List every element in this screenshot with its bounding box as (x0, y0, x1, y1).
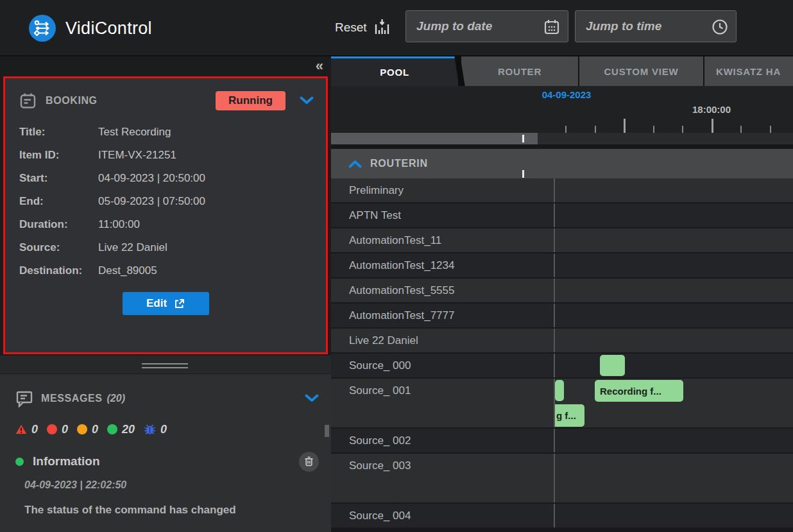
booking-field-label: Duration: (19, 218, 98, 231)
edit-button-label: Edit (146, 297, 167, 310)
booking-panel-title: BOOKING (46, 95, 98, 107)
view-tabs: POOLROUTERCUSTOM VIEWKWISATZ HA (331, 56, 793, 86)
severity-counter: 0 (77, 423, 98, 436)
reset-zoom-icon (373, 19, 391, 37)
row-name-cell[interactable]: Source_ 004 (331, 504, 555, 528)
app-header: VidiControl Reset (0, 0, 793, 56)
row-name: AutomationTest_1234 (349, 253, 454, 277)
booking-collapse-button[interactable] (300, 96, 314, 105)
recording-block[interactable]: g f... (555, 404, 584, 427)
row-name-cell[interactable]: Source_ 000 (331, 354, 555, 377)
severity-count-value: 20 (122, 423, 135, 436)
ruler-tick (682, 126, 683, 133)
chevron-down-icon (300, 96, 314, 105)
trash-icon (304, 456, 314, 467)
row-timeline-cell (555, 429, 793, 452)
row-name-cell[interactable]: Source_ 002 (331, 429, 555, 452)
row-name-cell[interactable]: APTN Test (331, 203, 555, 227)
message-severity: Information (33, 454, 100, 468)
calendar-icon[interactable] (543, 19, 560, 35)
row-name: Preliminary (349, 178, 404, 202)
booking-field: End:05-09-2023 | 07:50:00 (19, 190, 326, 213)
row-name-cell[interactable]: AutomationTest_1234 (331, 253, 555, 277)
recording-block[interactable] (600, 355, 625, 376)
chevron-down-icon (305, 394, 319, 403)
row-name: AutomationTest_5555 (349, 279, 454, 302)
messages-panel-title: MESSAGES (41, 393, 103, 404)
delete-message-button[interactable] (299, 452, 319, 472)
warning-triangle-icon (15, 424, 27, 434)
messages-collapse-button[interactable] (305, 394, 319, 403)
current-time-tick (522, 170, 524, 178)
tab-pool[interactable]: POOL (331, 56, 458, 86)
collapse-sidebar-icon[interactable]: « (316, 58, 323, 74)
row-name: Source_ 004 (349, 504, 411, 528)
tab-custom-view[interactable]: CUSTOM VIEW (579, 56, 703, 86)
booking-field-label: End: (19, 195, 98, 208)
booking-field: Duration:11:00:00 (19, 213, 326, 236)
alert-dot-icon (77, 424, 87, 434)
edit-button[interactable]: Edit (123, 292, 209, 315)
left-sidebar: « BOOKING Running Title:Test RecordingIt… (0, 56, 331, 532)
row-timeline-cell (555, 203, 793, 227)
scrollbar-thumb[interactable] (331, 133, 538, 144)
booking-field-value: Live 22 Daniel (98, 241, 167, 254)
resize-grip-line (142, 367, 188, 368)
vidicontrol-logo-icon (28, 14, 56, 42)
booking-field-value: 11:00:00 (98, 218, 140, 231)
clock-icon[interactable] (712, 19, 728, 35)
booking-field: Source:Live 22 Daniel (19, 236, 326, 259)
booking-field-value: Dest_89005 (98, 264, 157, 277)
recording-block[interactable]: Recording f... (595, 380, 683, 402)
row-name: APTN Test (349, 203, 401, 227)
row-name-cell[interactable]: AutomationTest_11 (331, 228, 555, 252)
chevron-up-icon[interactable] (348, 160, 362, 168)
row-timeline-cell (555, 253, 793, 277)
severity-counter: 0 (144, 423, 167, 436)
messages-scrollbar-thumb[interactable] (325, 425, 329, 437)
timeline-row: AutomationTest_1234 (331, 253, 793, 279)
row-name-cell[interactable]: AutomationTest_7777 (331, 304, 555, 327)
booking-fields: Title:Test RecordingItem ID:ITEM-VX-2125… (19, 121, 326, 282)
timeline-row: AutomationTest_11 (331, 228, 793, 253)
timeline-horizontal-scrollbar[interactable] (331, 133, 793, 144)
row-name: AutomationTest_11 (349, 228, 441, 252)
ruler-tick (712, 119, 713, 133)
panel-resize-handle[interactable] (0, 356, 331, 373)
current-time-marker (522, 135, 524, 142)
jump-to-time-field[interactable] (575, 10, 737, 42)
row-timeline-cell (555, 228, 793, 252)
severity-count-value: 0 (31, 423, 38, 436)
booking-field-label: Title: (19, 126, 98, 139)
tab-kwisatz-ha[interactable]: KWISATZ HA (704, 56, 793, 86)
booking-field-value: ITEM-VX-21251 (98, 149, 176, 162)
timeline-date-label: 04-09-2023 (509, 89, 624, 100)
messages-icon (15, 390, 33, 408)
timeline-row: APTN Test (331, 203, 793, 228)
row-name-cell[interactable]: Preliminary (331, 178, 555, 202)
reset-button[interactable]: Reset (335, 0, 391, 55)
jump-to-date-field[interactable] (405, 10, 568, 42)
messages-panel: MESSAGES (20) 00020 0 Information 04-09-… (0, 374, 331, 532)
message-text: The status of the command has changed (24, 504, 331, 517)
router-group-header[interactable]: ROUTERIN (331, 149, 793, 178)
booking-panel-header: BOOKING Running (19, 89, 314, 112)
severity-count-value: 0 (62, 423, 68, 436)
tab-label: CUSTOM VIEW (604, 66, 678, 77)
app-logo: VidiControl (28, 14, 152, 42)
booking-field-label: Start: (19, 172, 98, 185)
row-name-cell[interactable]: Source_ 001 (331, 379, 555, 427)
row-name-cell[interactable]: Live 22 Daniel (331, 329, 555, 352)
timeline-rows: PreliminaryAPTN TestAutomationTest_11Aut… (331, 178, 793, 532)
recording-block[interactable] (555, 380, 564, 401)
row-name-cell[interactable]: AutomationTest_5555 (331, 279, 555, 302)
ruler-tick (624, 119, 626, 133)
booking-field-value: 04-09-2023 | 20:50:00 (98, 172, 205, 185)
row-name-cell[interactable]: Source_ 003 (331, 454, 555, 502)
severity-counter: 0 (15, 423, 38, 436)
message-timestamp: 04-09-2023 | 22:02:50 (24, 479, 331, 491)
timeline-row: Source_ 001Recording f...g f... (331, 379, 793, 429)
tab-router[interactable]: ROUTER (461, 56, 578, 86)
timeline-row: Preliminary (331, 178, 793, 203)
ruler-tick (653, 126, 654, 133)
